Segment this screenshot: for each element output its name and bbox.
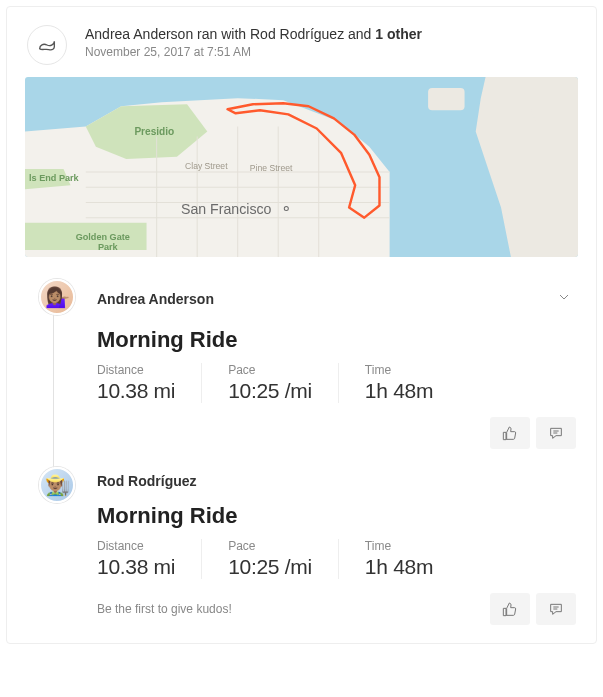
map-label-sf: San Francisco [181,201,272,217]
stat-distance: Distance 10.38 mi [97,539,201,579]
entry-head: Rod Rodríguez [97,473,576,489]
map-label-ggp: Golden Gate [76,232,130,242]
entries: 💁🏽‍♀️ Andrea Anderson Morning Ride Dista… [7,269,596,633]
stat-label: Distance [97,363,175,377]
map-label-lands-end: ls End Park [29,173,80,183]
stat-label: Pace [228,539,312,553]
stat-value: 10.38 mi [97,555,175,579]
stat-time: Time 1h 48m [338,363,459,403]
headline-bold[interactable]: 1 other [375,26,422,42]
activity-card: Andrea Anderson ran with Rod Rodríguez a… [6,6,597,644]
svg-rect-1 [428,88,464,110]
headline: Andrea Anderson ran with Rod Rodríguez a… [85,25,576,43]
actions-row [97,417,576,449]
athlete-name[interactable]: Rod Rodríguez [97,473,197,489]
headline-prefix: Andrea Anderson ran with Rod Rodríguez a… [85,26,375,42]
stat-value: 1h 48m [365,555,433,579]
kudos-prompt: Be the first to give kudos! [97,602,232,616]
stat-value: 10.38 mi [97,379,175,403]
map-label-presidio: Presidio [134,126,174,137]
stat-label: Pace [228,363,312,377]
stat-distance: Distance 10.38 mi [97,363,201,403]
header-text: Andrea Anderson ran with Rod Rodríguez a… [85,25,576,59]
stat-label: Time [365,363,433,377]
stat-pace: Pace 10:25 /mi [201,539,338,579]
activity-title[interactable]: Morning Ride [97,327,576,353]
stat-value: 10:25 /mi [228,379,312,403]
comment-button[interactable] [536,593,576,625]
avatar-emoji: 👨🏽‍🌾 [45,473,70,497]
stat-value: 10:25 /mi [228,555,312,579]
map-label-clay: Clay Street [185,161,228,171]
stat-time: Time 1h 48m [338,539,459,579]
card-header: Andrea Anderson ran with Rod Rodríguez a… [7,7,596,77]
actions-row: Be the first to give kudos! [97,593,576,625]
sport-run-icon [27,25,67,65]
timestamp: November 25, 2017 at 7:51 AM [85,45,576,59]
activity-title[interactable]: Morning Ride [97,503,576,529]
avatar[interactable]: 👨🏽‍🌾 [39,467,75,503]
kudos-button[interactable] [490,417,530,449]
stats-row: Distance 10.38 mi Pace 10:25 /mi Time 1h… [97,539,576,579]
chevron-down-icon[interactable] [552,285,576,313]
stats-row: Distance 10.38 mi Pace 10:25 /mi Time 1h… [97,363,576,403]
stat-pace: Pace 10:25 /mi [201,363,338,403]
athlete-name[interactable]: Andrea Anderson [97,291,214,307]
map-label-pine: Pine Street [250,163,293,173]
svg-text:Park: Park [98,242,119,252]
route-map[interactable]: ls End Park Presidio Clay Street Pine St… [25,77,578,257]
comment-button[interactable] [536,417,576,449]
entry-head: Andrea Anderson [97,285,576,313]
avatar-emoji: 💁🏽‍♀️ [45,285,70,309]
kudos-button[interactable] [490,593,530,625]
activity-entry: 👨🏽‍🌾 Rod Rodríguez Morning Ride Distance… [45,457,596,633]
stat-label: Distance [97,539,175,553]
stat-value: 1h 48m [365,379,433,403]
avatar[interactable]: 💁🏽‍♀️ [39,279,75,315]
activity-entry: 💁🏽‍♀️ Andrea Anderson Morning Ride Dista… [45,269,596,457]
stat-label: Time [365,539,433,553]
